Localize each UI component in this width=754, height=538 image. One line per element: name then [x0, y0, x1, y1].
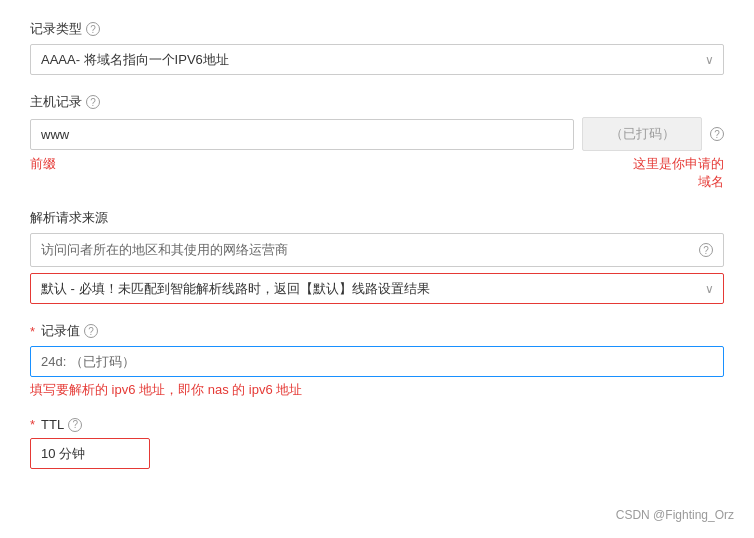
host-record-help-icon[interactable]: ? — [86, 95, 100, 109]
record-value-help-icon[interactable]: ? — [84, 324, 98, 338]
host-record-label: 主机记录 ? — [30, 93, 724, 111]
ttl-label-text: TTL — [41, 417, 64, 432]
parse-description-text: 访问问者所在的地区和其使用的网络运营商 — [41, 241, 288, 259]
parse-description: 访问问者所在的地区和其使用的网络运营商 ? — [30, 233, 724, 267]
record-value-label: * 记录值 ? — [30, 322, 724, 340]
domain-badge: （已打码） — [582, 117, 702, 151]
host-record-label-text: 主机记录 — [30, 93, 82, 111]
record-type-label-text: 记录类型 — [30, 20, 82, 38]
ttl-input[interactable] — [30, 438, 150, 469]
watermark: CSDN @Fighting_Orz — [616, 508, 734, 522]
host-record-row: （已打码） ? — [30, 117, 724, 151]
prefix-annotation: 前缀 — [30, 155, 56, 191]
record-type-group: 记录类型 ? AAAA- 将域名指向一个IPV6地址 ∨ — [30, 20, 724, 75]
ttl-help-icon[interactable]: ? — [68, 418, 82, 432]
record-value-input-wrapper — [30, 346, 724, 377]
host-input-wrapper — [30, 119, 574, 150]
ttl-input-wrapper — [30, 438, 150, 469]
record-value-required-star: * — [30, 324, 35, 339]
parse-source-select-wrapper: 默认 - 必填！未匹配到智能解析线路时，返回【默认】线路设置结果 ∨ — [30, 273, 724, 304]
parse-source-help-icon[interactable]: ? — [699, 243, 713, 257]
ttl-required-star: * — [30, 417, 35, 432]
record-type-help-icon[interactable]: ? — [86, 22, 100, 36]
record-value-label-text: 记录值 — [41, 322, 80, 340]
record-type-label: 记录类型 ? — [30, 20, 724, 38]
record-value-annotation: 填写要解析的 ipv6 地址，即你 nas 的 ipv6 地址 — [30, 381, 724, 399]
record-type-select-wrapper: AAAA- 将域名指向一个IPV6地址 ∨ — [30, 44, 724, 75]
host-record-input[interactable] — [30, 119, 574, 150]
record-value-group: * 记录值 ? 填写要解析的 ipv6 地址，即你 nas 的 ipv6 地址 — [30, 322, 724, 399]
record-value-input[interactable] — [30, 346, 724, 377]
host-record-group: 主机记录 ? （已打码） ? 前缀 这里是你申请的域名 — [30, 93, 724, 191]
domain-help-icon[interactable]: ? — [710, 127, 724, 141]
ttl-group: * TTL ? — [30, 417, 724, 469]
host-annotation-row: 前缀 这里是你申请的域名 — [30, 155, 724, 191]
domain-annotation: 这里是你申请的域名 — [633, 155, 724, 191]
parse-source-group: 解析请求来源 访问问者所在的地区和其使用的网络运营商 ? 默认 - 必填！未匹配… — [30, 209, 724, 304]
parse-source-label: 解析请求来源 — [30, 209, 724, 227]
parse-source-select[interactable]: 默认 - 必填！未匹配到智能解析线路时，返回【默认】线路设置结果 — [30, 273, 724, 304]
ttl-label: * TTL ? — [30, 417, 724, 432]
record-type-select[interactable]: AAAA- 将域名指向一个IPV6地址 — [30, 44, 724, 75]
